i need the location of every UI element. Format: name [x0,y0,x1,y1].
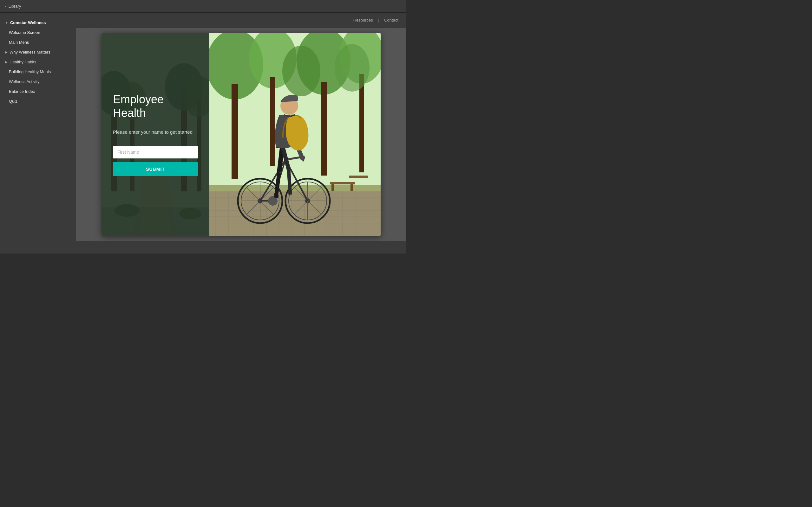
svg-point-22 [335,44,369,92]
sidebar-item-balance-index[interactable]: Balance Index [0,87,76,96]
sidebar-item-label: Balance Index [9,89,35,94]
card-subtitle: Please enter your name to get started [113,129,198,136]
sidebar-item-why-wellness[interactable]: ▶ Why Wellness Matters [0,47,76,57]
svg-rect-18 [321,82,327,176]
card-right-panel [209,33,380,236]
sidebar-item-label: Building Healthy Meals [9,69,51,74]
course-card: Employee Health Please enter your name t… [101,33,380,236]
sidebar-item-healthy-habits[interactable]: ▶ Healthy Habits [0,57,76,67]
svg-point-21 [282,46,320,96]
subsection-arrow-icon: ▶ [5,50,8,54]
svg-rect-43 [330,182,355,184]
svg-rect-14 [232,83,238,179]
sidebar-item-quiz[interactable]: Quiz [0,96,76,106]
header-divider: | [378,18,379,22]
sidebar-item-label: Main Menu [9,40,29,45]
resources-link[interactable]: Resources [353,18,373,22]
sidebar-item-label: Healthy Habits [9,60,37,64]
sidebar-item-label: Welcome Screen [9,30,40,35]
section-arrow-icon: ▼ [5,21,8,24]
svg-rect-16 [270,77,275,166]
sidebar-item-wellness-activity[interactable]: Wellness Activity [0,77,76,87]
contact-link[interactable]: Contact [384,18,398,22]
content-header: Resources | Contact [76,13,406,28]
content-area: Resources | Contact [76,13,406,253]
sidebar-section-title-label: Comstar Wellness [10,20,46,25]
submit-button[interactable]: SUBMIT [113,162,198,176]
content-wrapper: Employee Health Please enter your name t… [76,28,406,241]
card-title: Employee Health [113,93,198,120]
sidebar-section-comstar[interactable]: ▼ Comstar Wellness [0,18,76,27]
cyclist-illustration [209,33,380,236]
bottom-bar [76,241,406,253]
sidebar-item-label: Why Wellness Matters [9,50,50,55]
chevron-left-icon: ‹ [5,4,7,9]
first-name-input[interactable] [113,146,198,158]
svg-rect-44 [332,184,334,191]
svg-rect-46 [349,176,368,178]
subsection-arrow-icon: ▶ [5,60,8,64]
svg-line-73 [289,169,290,194]
top-bar: ‹ Library [0,0,406,13]
svg-rect-45 [351,184,353,191]
sidebar-item-main-menu[interactable]: Main Menu [0,38,76,47]
sidebar-item-label: Quiz [9,99,17,104]
card-content: Employee Health Please enter your name t… [101,33,209,236]
sidebar-item-welcome-screen[interactable]: Welcome Screen [0,27,76,38]
main-layout: ▼ Comstar Wellness Welcome Screen Main M… [0,13,406,253]
sidebar: ▼ Comstar Wellness Welcome Screen Main M… [0,13,76,253]
back-button[interactable]: ‹ Library [5,4,21,9]
sidebar-item-building-healthy-meals[interactable]: Building Healthy Meals [0,67,76,77]
back-label: Library [9,4,21,9]
sidebar-item-label: Wellness Activity [9,79,40,84]
